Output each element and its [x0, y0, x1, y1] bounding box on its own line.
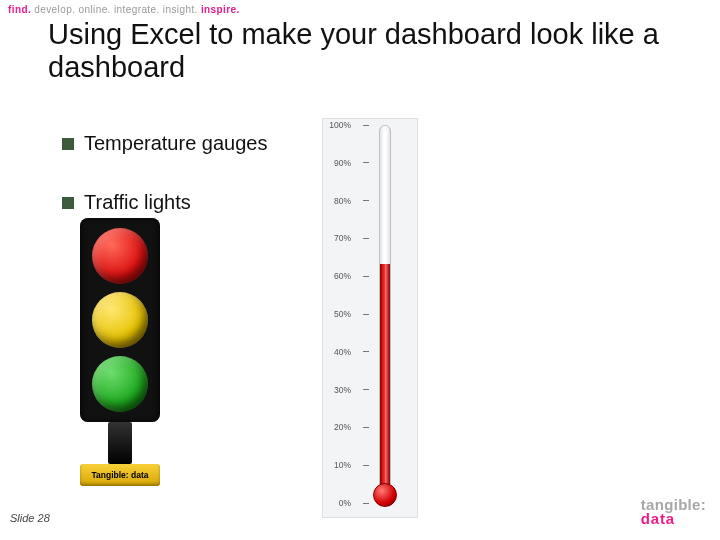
- traffic-green-lamp-icon: [92, 356, 148, 412]
- gauge-tick-label: 50%: [325, 309, 355, 319]
- tagline-word: integrate.: [114, 4, 160, 15]
- bullet-square-icon: [62, 138, 74, 150]
- gauge-tick: 20%: [325, 422, 369, 432]
- gauge-tick: 80%: [325, 196, 369, 206]
- list-item: Temperature gauges: [62, 132, 302, 155]
- gauge-tick-label: 40%: [325, 347, 355, 357]
- slide: find. develop. online. integrate. insigh…: [0, 0, 720, 540]
- traffic-yellow-lamp-icon: [92, 292, 148, 348]
- gauge-tick-label: 80%: [325, 196, 355, 206]
- gauge-tick-label: 20%: [325, 422, 355, 432]
- gauge-tick-line: [363, 351, 369, 352]
- thermometer-tube: [379, 125, 391, 491]
- gauge-tick: 30%: [325, 385, 369, 395]
- gauge-tick: 40%: [325, 347, 369, 357]
- tagline-word: online.: [79, 4, 111, 15]
- slide-number: Slide 28: [10, 512, 50, 524]
- bullet-label: Traffic lights: [84, 191, 191, 214]
- gauge-tick-line: [363, 503, 369, 504]
- gauge-axis: 100%90%80%70%60%50%40%30%20%10%0%: [325, 119, 369, 501]
- tagline-word: find.: [8, 4, 31, 15]
- gauge-tick: 50%: [325, 309, 369, 319]
- list-item: Traffic lights: [62, 191, 302, 214]
- traffic-light-body: [80, 218, 160, 422]
- logo-line-2: data: [641, 512, 706, 526]
- gauge-tick-label: 30%: [325, 385, 355, 395]
- thermometer: [375, 125, 395, 501]
- traffic-red-lamp-icon: [92, 228, 148, 284]
- bullet-label: Temperature gauges: [84, 132, 267, 155]
- gauge-tick: 10%: [325, 460, 369, 470]
- gauge-tick-label: 10%: [325, 460, 355, 470]
- thermometer-bulb-icon: [373, 483, 397, 507]
- gauge-tick-line: [363, 276, 369, 277]
- gauge-tick-line: [363, 238, 369, 239]
- tagline-word: inspire.: [201, 4, 240, 15]
- gauge-tick-line: [363, 200, 369, 201]
- gauge-tick: 70%: [325, 233, 369, 243]
- traffic-light-pole: [108, 422, 132, 464]
- header-tagline: find. develop. online. integrate. insigh…: [8, 4, 240, 15]
- gauge-tick-label: 0%: [325, 498, 355, 508]
- gauge-tick: 60%: [325, 271, 369, 281]
- gauge-tick-label: 90%: [325, 158, 355, 168]
- gauge-tick-line: [363, 427, 369, 428]
- traffic-light-base: Tangible: data: [80, 464, 160, 486]
- gauge-tick-line: [363, 162, 369, 163]
- thermometer-gauge: 100%90%80%70%60%50%40%30%20%10%0%: [322, 118, 418, 518]
- gauge-tick: 90%: [325, 158, 369, 168]
- gauge-tick-line: [363, 389, 369, 390]
- gauge-tick-line: [363, 314, 369, 315]
- thermometer-fill: [380, 264, 390, 490]
- brand-logo: tangible: data: [641, 498, 706, 527]
- tagline-word: insight.: [163, 4, 198, 15]
- bullet-square-icon: [62, 197, 74, 209]
- gauge-tick-label: 70%: [325, 233, 355, 243]
- gauge-tick: 100%: [325, 120, 369, 130]
- traffic-light-graphic: Tangible: data: [80, 218, 160, 486]
- gauge-tick-label: 60%: [325, 271, 355, 281]
- traffic-light-base-label: Tangible: data: [92, 470, 149, 480]
- gauge-tick-line: [363, 465, 369, 466]
- tagline-word: develop.: [34, 4, 75, 15]
- gauge-tick-label: 100%: [325, 120, 355, 130]
- gauge-tick: 0%: [325, 498, 369, 508]
- gauge-tick-line: [363, 125, 369, 126]
- slide-title: Using Excel to make your dashboard look …: [48, 18, 700, 85]
